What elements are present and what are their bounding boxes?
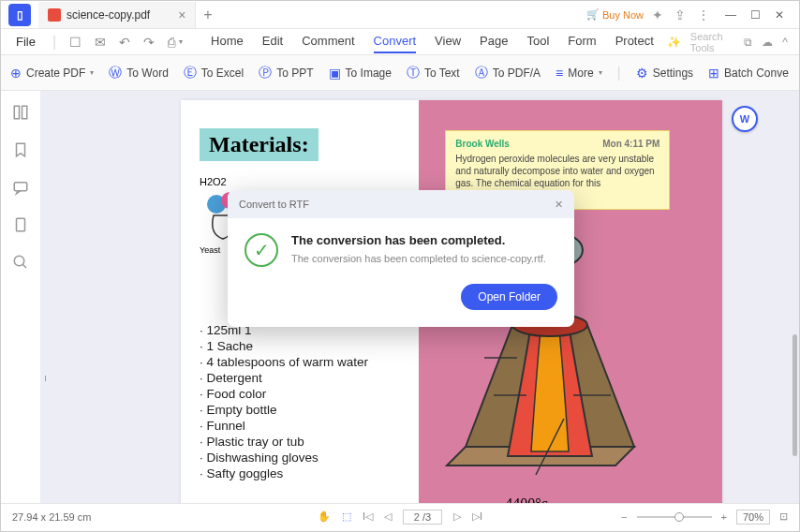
kebab-menu-icon[interactable]: ⋮ [694,7,713,22]
dialog-subtext: The conversion has been completed to sci… [291,253,546,264]
to-pdfa-button[interactable]: ⒶTo PDF/A [475,65,541,81]
print-icon[interactable]: ⎙ [168,35,175,50]
tab-tool[interactable]: Tool [526,30,549,53]
list-item: Empty bottle [200,402,400,418]
dialog-heading: The conversion has been completed. [291,233,546,247]
svg-rect-1 [22,106,27,119]
svg-rect-0 [14,106,19,119]
maximize-button[interactable]: ☐ [743,6,767,24]
prev-page-icon[interactable]: ◁ [384,510,392,523]
to-image-button[interactable]: ▣To Image [329,66,392,81]
save-icon[interactable]: ☐ [69,35,81,50]
convert-toolbar: ⊕Create PDF▾ ⓌTo Word ⒺTo Excel ⓅTo PPT … [1,55,799,91]
attachment-icon[interactable] [12,216,29,233]
comment-icon[interactable] [12,179,29,196]
tab-home[interactable]: Home [211,30,244,53]
dialog-close-button[interactable]: ✕ [555,199,563,211]
list-item: Detergent [200,370,400,386]
menubar: File | ☐ ✉ ↶ ↷ ⎙ ▾ Home Edit Comment Con… [1,29,799,55]
word-conversion-badge[interactable]: W [732,106,758,132]
tab-page[interactable]: Page [480,30,508,53]
document-tab[interactable]: science-copy.pdf × [38,2,196,28]
tab-protect[interactable]: Protect [615,30,654,53]
zoom-slider[interactable] [637,516,712,518]
chevron-up-icon[interactable]: ^ [782,36,788,49]
tab-view[interactable]: View [435,30,461,53]
more-button[interactable]: ≡More▾ [556,66,602,81]
next-page-icon[interactable]: ▷ [453,510,461,523]
scrollbar-thumb[interactable] [793,334,797,456]
tab-convert[interactable]: Convert [374,30,417,53]
magic-icon[interactable]: ✨ [667,36,681,49]
left-sidebar [1,91,40,503]
close-window-button[interactable]: ✕ [767,6,792,24]
tab-comment[interactable]: Comment [302,30,354,53]
tab-form[interactable]: Form [568,30,596,53]
svg-rect-3 [17,218,25,231]
page-input[interactable]: 2 /3 [403,510,442,525]
pdf-file-icon [48,8,61,22]
to-text-button[interactable]: ⓉTo Text [407,65,460,81]
settings-button[interactable]: ⚙Settings [636,66,693,81]
batch-convert-button[interactable]: ⊞Batch Conve [708,66,789,81]
conversion-dialog: Convert to RTF ✕ ✓ The conversion has be… [228,190,574,327]
file-menu[interactable]: File [12,35,39,49]
bookmark-icon[interactable] [12,141,29,158]
search-tools-input[interactable]: Search Tools [690,31,735,53]
materials-heading: Materials: [200,128,319,161]
list-item: Food color [200,386,400,402]
add-tab-button[interactable]: + [196,7,219,23]
app-logo-icon: ▯ [8,4,31,26]
zoom-percent[interactable]: 70% [736,510,770,525]
search-icon[interactable] [12,254,29,271]
buy-now-link[interactable]: 🛒 Buy Now [586,8,644,21]
close-tab-icon[interactable]: × [178,7,185,22]
mail-icon[interactable]: ✉ [95,35,106,50]
minimize-button[interactable]: — [719,6,743,24]
list-item: Funnel [200,418,400,434]
sparkle-icon[interactable]: ✦ [649,7,666,22]
svg-rect-2 [14,183,27,191]
page-dimensions: 27.94 x 21.59 cm [12,511,91,523]
create-pdf-button[interactable]: ⊕Create PDF▾ [10,66,94,81]
success-check-icon: ✓ [244,233,278,267]
tab-title: science-copy.pdf [67,8,150,22]
list-item: Safty goggles [200,466,400,481]
list-item: 1 Sache [200,338,400,354]
open-folder-button[interactable]: Open Folder [461,284,557,310]
redo-icon[interactable]: ↷ [143,35,155,50]
hand-tool-icon[interactable]: ✋ [318,510,331,523]
list-item: 4 tablespoons of warm water [200,354,400,370]
volcano-temp-label: 4400°c [505,495,548,503]
fit-page-icon[interactable]: ⊡ [779,510,788,523]
tab-edit[interactable]: Edit [262,30,283,53]
materials-list: 125ml 1 1 Sache 4 tablespoons of warm wa… [200,322,400,481]
undo-icon[interactable]: ↶ [119,35,130,50]
titlebar: ▯ science-copy.pdf × + 🛒 Buy Now ✦ ⇪ ⋮ —… [1,1,799,29]
zoom-in-icon[interactable]: + [721,511,727,523]
select-tool-icon[interactable]: ⬚ [342,510,351,523]
to-ppt-button[interactable]: ⓅTo PPT [259,65,313,81]
dialog-titlebar[interactable]: Convert to RTF ✕ [228,190,574,218]
svg-point-4 [14,256,24,266]
last-page-icon[interactable]: ▷I [472,510,482,523]
note-author: Brook Wells [455,139,510,149]
statusbar: 27.94 x 21.59 cm ✋ ⬚ I◁ ◁ 2 /3 ▷ ▷I − + … [1,503,799,529]
note-timestamp: Mon 4:11 PM [602,139,659,149]
share-icon[interactable]: ⇪ [672,7,689,22]
to-excel-button[interactable]: ⒺTo Excel [184,65,244,81]
zoom-out-icon[interactable]: − [621,511,627,523]
dialog-title: Convert to RTF [239,199,309,210]
to-word-button[interactable]: ⓌTo Word [109,65,168,81]
list-item: Plastic tray or tub [200,434,400,450]
menu-tabs: Home Edit Comment Convert View Page Tool… [211,30,654,53]
list-item: Dishwashing gloves [200,450,400,466]
cloud-icon[interactable]: ☁ [762,36,773,49]
external-link-icon[interactable]: ⧉ [744,36,752,49]
thumbnails-icon[interactable] [12,104,29,121]
first-page-icon[interactable]: I◁ [363,510,373,523]
